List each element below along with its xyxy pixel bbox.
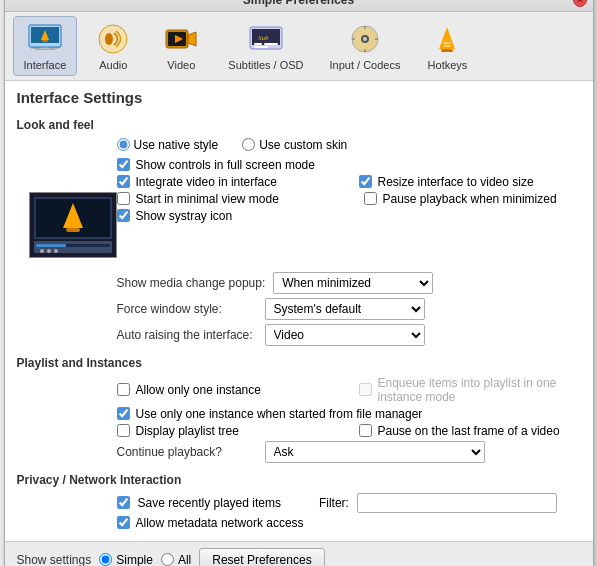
- hotkeys-label: Hotkeys: [428, 59, 468, 71]
- allow-metadata-checkbox[interactable]: [117, 516, 130, 529]
- toolbar-audio[interactable]: Audio: [81, 16, 145, 76]
- svg-rect-30: [66, 228, 80, 232]
- force-window-row: Force window style: System's default: [17, 298, 581, 320]
- one-instance-file-row: Use only one instance when started from …: [17, 407, 581, 421]
- pause-minimized-col: Pause playback when minimized: [364, 192, 581, 206]
- bottom-bar: Show settings Simple All Reset Preferenc…: [5, 541, 593, 567]
- interface-label: Interface: [24, 59, 67, 71]
- systray-label: Show systray icon: [136, 209, 233, 223]
- content-area: Interface Settings Look and feel Use nat…: [5, 81, 593, 541]
- media-popup-label: Show media change popup:: [117, 276, 266, 290]
- minimal-view-label: Start in minimal view mode: [136, 192, 279, 206]
- toolbar-video[interactable]: Video: [149, 16, 213, 76]
- section-privacy: Privacy / Network Interaction Save recen…: [17, 473, 581, 530]
- reset-preferences-button[interactable]: Reset Preferences: [199, 548, 324, 567]
- style-radio-row: Use native style Use custom skin: [17, 138, 581, 152]
- toolbar-codecs[interactable]: Input / Codecs: [319, 16, 412, 76]
- pause-last-checkbox[interactable]: [359, 424, 372, 437]
- one-instance-file-checkbox[interactable]: [117, 407, 130, 420]
- show-controls-row: Show controls in full screen mode: [17, 158, 581, 172]
- video-label: Video: [167, 59, 195, 71]
- show-controls-checkbox[interactable]: [117, 158, 130, 171]
- title-bar: Simple Preferences ✕: [5, 0, 593, 12]
- toolbar-subtitles[interactable]: Sub Subtitles / OSD: [217, 16, 314, 76]
- only-one-checkbox[interactable]: [117, 383, 130, 396]
- integrate-video-checkbox[interactable]: [117, 175, 130, 188]
- enqueue-col: Enqueue items into playlist in one insta…: [359, 376, 581, 404]
- codecs-icon: [347, 21, 383, 57]
- pause-last-col: Pause on the last frame of a video: [359, 424, 581, 438]
- svg-rect-4: [31, 47, 41, 49]
- svg-point-35: [47, 249, 51, 253]
- toolbar-interface[interactable]: Interface: [13, 16, 78, 76]
- show-all-label: All: [178, 553, 191, 567]
- continue-select[interactable]: Ask: [265, 441, 485, 463]
- svg-marker-10: [188, 32, 196, 46]
- resize-interface-checkbox[interactable]: [359, 175, 372, 188]
- display-tree-checkbox[interactable]: [117, 424, 130, 437]
- subtitles-icon: Sub: [248, 21, 284, 57]
- svg-rect-16: [264, 43, 278, 45]
- allow-metadata-row: Allow metadata network access: [17, 516, 581, 530]
- svg-point-8: [105, 33, 113, 45]
- auto-raise-label: Auto raising the interface:: [117, 328, 257, 342]
- auto-raise-select[interactable]: Video: [265, 324, 425, 346]
- native-style-option: Use native style: [117, 138, 219, 152]
- codecs-label: Input / Codecs: [330, 59, 401, 71]
- svg-text:Sub: Sub: [258, 34, 269, 42]
- interface-icon: [27, 21, 63, 57]
- show-simple-label: Simple: [116, 553, 153, 567]
- svg-rect-5: [49, 47, 59, 49]
- enqueue-checkbox[interactable]: [359, 383, 372, 396]
- auto-raise-row: Auto raising the interface: Video: [17, 324, 581, 346]
- save-recent-checkbox[interactable]: [117, 496, 130, 509]
- pause-minimized-checkbox[interactable]: [364, 192, 377, 205]
- svg-rect-15: [254, 43, 262, 45]
- force-window-select[interactable]: System's default: [265, 298, 425, 320]
- show-settings-label: Show settings: [17, 553, 92, 567]
- vlc-preview-image: [30, 193, 116, 257]
- custom-skin-radio[interactable]: [242, 138, 255, 151]
- show-simple-radio[interactable]: [99, 553, 112, 566]
- svg-rect-6: [35, 48, 55, 50]
- toolbar: Interface Audio Video: [5, 12, 593, 81]
- toolbar-hotkeys[interactable]: Hotkeys: [415, 16, 479, 76]
- filter-input[interactable]: [357, 493, 557, 513]
- svg-point-36: [54, 249, 58, 253]
- audio-icon: [95, 21, 131, 57]
- audio-label: Audio: [99, 59, 127, 71]
- force-window-label: Force window style:: [117, 302, 257, 316]
- svg-rect-23: [441, 49, 453, 52]
- continue-label: Continue playback?: [117, 445, 257, 459]
- svg-point-21: [363, 37, 367, 41]
- svg-rect-17: [254, 46, 268, 48]
- media-popup-select[interactable]: When minimized: [273, 272, 433, 294]
- playlist-row1: Allow only one instance Enqueue items in…: [17, 376, 581, 404]
- systray-checkbox[interactable]: [117, 209, 130, 222]
- one-instance-file-label: Use only one instance when started from …: [136, 407, 423, 421]
- show-all-radio[interactable]: [161, 553, 174, 566]
- resize-interface-label: Resize interface to video size: [378, 175, 534, 189]
- show-simple-option: Simple: [99, 553, 153, 567]
- svg-point-34: [40, 249, 44, 253]
- save-recent-row: Save recently played items Filter:: [17, 493, 581, 513]
- section-privacy-title: Privacy / Network Interaction: [17, 473, 581, 487]
- section-lookandfeel-title: Look and feel: [17, 118, 581, 132]
- integrate-resize-row: Integrate video in interface Resize inte…: [17, 175, 581, 189]
- media-popup-row: Show media change popup: When minimized: [17, 272, 581, 294]
- minimal-view-checkbox[interactable]: [117, 192, 130, 205]
- display-tree-label: Display playlist tree: [136, 424, 239, 438]
- pause-minimized-label: Pause playback when minimized: [383, 192, 557, 206]
- close-button[interactable]: ✕: [573, 0, 587, 7]
- filter-label: Filter:: [319, 496, 349, 510]
- custom-skin-label: Use custom skin: [259, 138, 347, 152]
- native-style-radio[interactable]: [117, 138, 130, 151]
- custom-skin-option: Use custom skin: [242, 138, 347, 152]
- section-playlist-title: Playlist and Instances: [17, 356, 581, 370]
- minimal-pause-row: Start in minimal view mode Pause playbac…: [117, 192, 581, 206]
- svg-rect-33: [36, 244, 66, 247]
- enqueue-label: Enqueue items into playlist in one insta…: [378, 376, 581, 404]
- show-controls-label: Show controls in full screen mode: [136, 158, 315, 172]
- hotkeys-icon: [429, 21, 465, 57]
- only-one-label: Allow only one instance: [136, 383, 261, 397]
